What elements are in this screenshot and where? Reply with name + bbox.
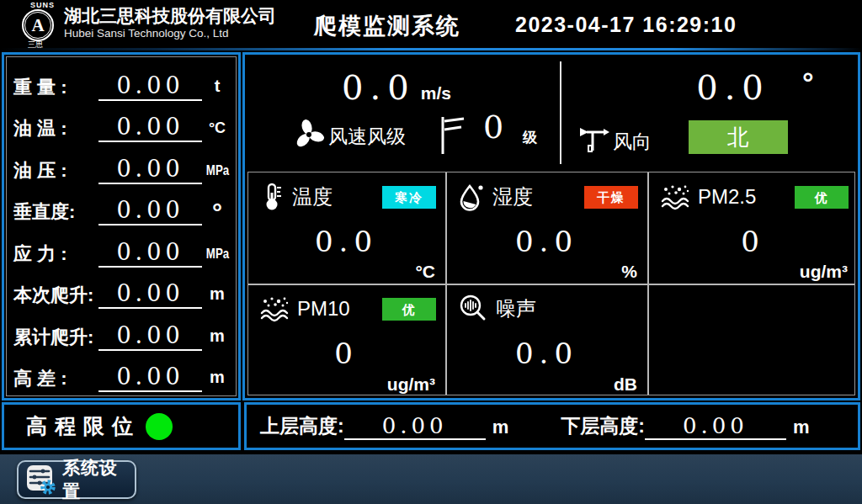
metric-label: 应 力 :: [13, 244, 98, 268]
metric-row-current-climb: 本次爬升: 0.00 m: [8, 268, 234, 309]
upper-height-label: 上层高度:: [260, 413, 344, 440]
company-name-cn: 湖北三思科技股份有限公司: [64, 4, 276, 28]
settings-sliders-gear-icon: [25, 464, 57, 496]
wind-speed-display: 0.0m/s: [262, 68, 531, 107]
metric-value: 0.00: [98, 72, 202, 101]
wind-direction-label: 风向: [613, 129, 652, 155]
sensor-cell-pm25: PM2.5 优 0 ug/m³: [650, 174, 856, 283]
metric-value: 0.00: [98, 197, 202, 225]
fan-icon: [292, 117, 326, 151]
metric-row-oil-pressure: 油 压 : 0.00 MPa: [8, 144, 234, 184]
sensor-unit: dB: [614, 374, 637, 395]
logo-letter: A: [24, 12, 51, 39]
metric-value: 0.00: [98, 363, 202, 392]
wind-section-divider: [560, 61, 561, 164]
wind-level-value: 0: [474, 109, 513, 146]
metric-unit: m: [202, 368, 232, 392]
metric-label: 垂直度:: [13, 202, 98, 225]
metric-value: 0.00: [98, 156, 202, 184]
wind-speed-value: 0.0: [342, 68, 416, 107]
metric-unit: MPa: [205, 246, 228, 263]
wind-speed-unit: m/s: [421, 83, 451, 103]
sensor-value: 0.0: [448, 225, 646, 258]
humidity-drop-icon: [458, 183, 485, 211]
taskbar: 系统设置: [0, 454, 862, 504]
wind-vane-icon: [578, 125, 610, 154]
sensor-unit: %: [621, 262, 637, 282]
lower-height-label: 下层高度:: [561, 413, 645, 440]
metric-row-height-diff: 高 差 : 0.00 m: [8, 352, 234, 392]
elevation-limit-box: 高程限位: [2, 402, 241, 450]
sensor-value: 0.0: [249, 225, 444, 258]
company-logo: A: [22, 9, 54, 41]
page-title: 爬模监测系统: [278, 11, 497, 41]
sensor-label: PM2.5: [698, 185, 756, 209]
metric-value: 0.00: [98, 114, 202, 142]
lower-height-value: 0.00: [645, 413, 786, 440]
pm10-dust-icon: [259, 294, 290, 323]
wind-direction-display: 0.0: [666, 68, 801, 107]
sensor-cell-pm10: PM10 优 0 ug/m³: [249, 286, 444, 395]
metric-unit: t: [202, 77, 232, 101]
wind-speed-label: 风速风级: [328, 124, 406, 150]
sensor-label: 噪声: [496, 295, 536, 322]
logo-suns-text: SUNS: [30, 1, 55, 9]
datetime-display: 2023-04-17 16:29:10: [515, 13, 737, 37]
header: SUNS A 三思 湖北三思科技股份有限公司 Hubei Sansi Techn…: [0, 0, 862, 48]
metrics-panel: 重 量 : 0.00 t 油 温 : 0.00 °C 油 压 : 0.00 MP…: [2, 52, 241, 401]
metric-label: 高 差 :: [13, 369, 98, 392]
metric-row-weight: 重 量 : 0.00 t: [8, 61, 234, 101]
upper-height-value: 0.00: [344, 413, 486, 440]
metric-label: 油 温 :: [13, 119, 98, 142]
metric-rows: 重 量 : 0.00 t 油 温 : 0.00 °C 油 压 : 0.00 MP…: [8, 60, 234, 393]
settings-button-label: 系统设置: [62, 456, 135, 503]
metric-value: 0.00: [98, 280, 202, 309]
metric-row-oil-temp: 油 温 : 0.00 °C: [8, 102, 234, 142]
header-divider: [0, 48, 862, 50]
sensor-cell-temperature: 温度 寒冷 0.0 °C: [249, 174, 444, 283]
metric-row-total-climb: 累计爬升: 0.00 m: [8, 310, 234, 351]
sensor-value: 0: [249, 337, 444, 370]
pm10-status-badge: 优: [382, 298, 436, 321]
temperature-status-badge: 寒冷: [382, 186, 436, 209]
elevation-limit-label: 高程限位: [26, 412, 141, 440]
pm25-dust-icon: [660, 183, 690, 211]
system-settings-button[interactable]: 系统设置: [17, 460, 136, 499]
wind-direction-value: 0.0: [696, 68, 770, 107]
lower-height-unit: m: [793, 416, 810, 440]
sensor-label: PM10: [297, 297, 350, 321]
lower-height-group: 下层高度: 0.00 m: [561, 413, 809, 440]
sensor-unit: °C: [415, 262, 435, 282]
company-name-en: Hubei Sansi Technology Co., Ltd: [64, 27, 229, 40]
metric-label: 累计爬升:: [13, 327, 98, 351]
wind-direction-button[interactable]: 北: [689, 120, 788, 154]
metric-unit: °: [202, 205, 232, 225]
grid-col-divider-1: [445, 172, 447, 395]
noise-meter-icon: [458, 294, 488, 324]
pm25-status-badge: 优: [795, 186, 849, 209]
metric-value: 0.00: [98, 322, 202, 351]
climbing-formwork-monitor-screen: SUNS A 三思 湖北三思科技股份有限公司 Hubei Sansi Techn…: [0, 0, 862, 504]
metric-row-verticality: 垂直度: 0.00 °: [8, 185, 234, 225]
metric-unit: MPa: [205, 162, 228, 179]
metric-value: 0.00: [98, 239, 202, 268]
sensor-value: 0: [650, 225, 856, 258]
environment-panel: 0.0m/s 风速风级 0 级 0.0: [242, 52, 860, 401]
thermometer-icon: [259, 183, 285, 211]
metric-unit: m: [202, 284, 232, 309]
metric-unit: °C: [202, 119, 232, 142]
wind-level-unit: 级: [523, 128, 537, 147]
metric-row-stress: 应 力 : 0.00 MPa: [8, 227, 234, 268]
metric-label: 油 压 :: [13, 161, 98, 184]
metric-unit: m: [202, 326, 232, 351]
grid-row-divider: [248, 284, 854, 285]
sensor-unit: ug/m³: [387, 374, 435, 395]
grid-col-divider-2: [647, 172, 649, 395]
upper-height-group: 上层高度: 0.00 m: [260, 413, 508, 440]
metric-label: 本次爬升:: [13, 285, 98, 309]
sensor-value: 0.0: [448, 337, 646, 370]
elevation-limit-status-light: [146, 413, 173, 440]
humidity-status-badge: 干燥: [584, 186, 638, 209]
sensor-cell-noise: 噪声 0.0 dB: [448, 286, 646, 395]
metric-label: 重 量 :: [13, 77, 98, 101]
